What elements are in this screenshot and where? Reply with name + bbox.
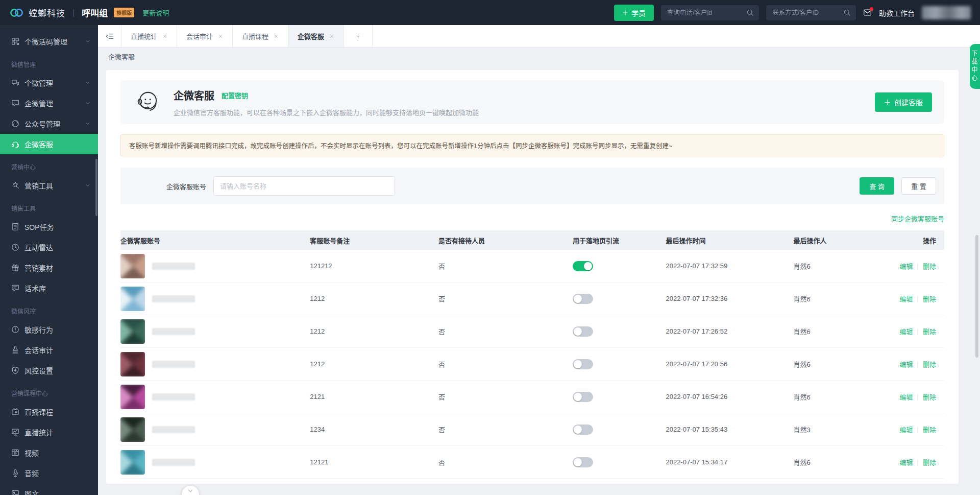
contact-search-input[interactable]: [771, 9, 843, 17]
action-divider: |: [917, 426, 919, 433]
edit-link[interactable]: 编辑: [900, 326, 913, 336]
doc-icon: [11, 223, 19, 231]
page-card: 企微客服 配置密钥 企业微信官方客服功能，可以在各种场景之下嵌入企微客服能力，同…: [106, 70, 959, 484]
close-tab-icon[interactable]: [162, 34, 167, 39]
sidebar-item-video[interactable]: 视频: [0, 442, 98, 463]
tab-会话审计[interactable]: 会话审计: [177, 25, 233, 47]
tab-直播课程[interactable]: 直播课程: [233, 25, 288, 47]
landing-toggle[interactable]: [573, 294, 593, 304]
actions-cell: 编辑|删除: [900, 261, 944, 271]
product-name: 呼叫组: [82, 6, 108, 19]
sidebar-item-gift[interactable]: 营销素材: [0, 257, 98, 278]
notice-alert: 客服账号新增操作需要调用腾讯接口完成，故完成账号创建操作后，不会实时显示在账号列…: [120, 134, 944, 156]
sync-accounts-link[interactable]: 同步企微客服账号: [891, 215, 944, 223]
shield-icon: [11, 366, 19, 374]
column-header: 用于落地页引流: [573, 235, 666, 245]
search-icon[interactable]: [843, 9, 851, 16]
sidebar-item-stamp[interactable]: 会话审计: [0, 340, 98, 360]
close-tab-icon[interactable]: [329, 34, 334, 39]
plus-icon: [355, 33, 361, 39]
table-row: 1234否2022-07-07 15:35:43肖然3编辑|删除: [120, 413, 944, 446]
edit-link[interactable]: 编辑: [900, 261, 913, 271]
search-icon[interactable]: [746, 9, 754, 16]
sidebar-item-radar[interactable]: 互动雷达: [0, 237, 98, 257]
edit-link[interactable]: 编辑: [900, 359, 913, 369]
user-avatar[interactable]: [922, 6, 971, 19]
filter-bar: 企微客服账号 查 询 重 置: [120, 168, 944, 204]
toggle-cell: [573, 261, 666, 271]
sidebar-item-qrcode[interactable]: 个微活码管理: [0, 31, 98, 52]
toggle-cell: [573, 392, 666, 402]
last-time-cell: 2022-07-07 15:34:17: [666, 458, 793, 466]
reception-cell: 否: [438, 425, 573, 434]
sidebar-item-image[interactable]: 图文: [0, 483, 98, 495]
sidebar-scrollbar[interactable]: [95, 159, 97, 216]
remark-cell: 1212: [310, 327, 438, 335]
delete-link[interactable]: 删除: [923, 261, 936, 271]
sidebar-item-magic[interactable]: 营销工具: [0, 175, 98, 196]
search-button[interactable]: 查 询: [860, 177, 894, 195]
update-notes-link[interactable]: 更新说明: [142, 8, 169, 17]
delete-link[interactable]: 删除: [923, 294, 936, 303]
last-time-cell: 2022-07-07 17:32:36: [666, 295, 793, 302]
close-tab-icon[interactable]: [218, 34, 223, 39]
tab-直播统计[interactable]: 直播统计: [121, 25, 177, 47]
avatar-pixels: [120, 287, 145, 311]
edit-link[interactable]: 编辑: [900, 457, 913, 467]
collapse-tabs-button[interactable]: [98, 25, 121, 47]
delete-link[interactable]: 删除: [923, 326, 936, 336]
account-name-redacted: [152, 328, 195, 335]
landing-toggle[interactable]: [573, 359, 593, 369]
sidebar-item-stats[interactable]: 直播统计: [0, 422, 98, 442]
add-student-button[interactable]: 学员: [614, 5, 654, 21]
account-name-redacted: [152, 263, 195, 270]
stamp-icon: [11, 346, 19, 354]
message-icon[interactable]: [863, 8, 872, 17]
delete-link[interactable]: 删除: [923, 425, 936, 434]
sidebar-item-wechat[interactable]: 个微管理: [0, 73, 98, 93]
landing-toggle[interactable]: [573, 261, 593, 271]
create-service-button[interactable]: 创建客服: [875, 92, 932, 112]
landing-toggle[interactable]: [573, 457, 593, 467]
sidebar-item-headset[interactable]: 企微客服: [0, 134, 98, 154]
account-cell: [120, 287, 310, 311]
remark-cell: 1212: [310, 360, 438, 368]
edit-link[interactable]: 编辑: [900, 425, 913, 434]
landing-toggle[interactable]: [573, 392, 593, 402]
tab-企微客服[interactable]: 企微客服: [288, 25, 344, 47]
account-name-input[interactable]: [213, 176, 395, 196]
account-cell: [120, 352, 310, 376]
new-tab-button[interactable]: [344, 25, 373, 47]
sidebar-item-shield[interactable]: 风控设置: [0, 360, 98, 381]
actions-cell: 编辑|删除: [900, 457, 944, 467]
page-scrollbar[interactable]: [975, 235, 978, 358]
phone-search-input[interactable]: [666, 9, 746, 17]
video-icon: [11, 449, 19, 457]
landing-toggle[interactable]: [573, 326, 593, 337]
sidebar-item-globe[interactable]: 公众号管理: [0, 113, 98, 134]
chevron-down-icon: [85, 182, 91, 188]
edit-link[interactable]: 编辑: [900, 392, 913, 402]
sidebar-item-chat[interactable]: 企微管理: [0, 93, 98, 113]
sidebar-item-live[interactable]: 直播课程: [0, 402, 98, 422]
download-center-tab[interactable]: 下载中心: [970, 44, 980, 89]
sync-row: 同步企微客服账号: [120, 214, 944, 223]
delete-link[interactable]: 删除: [923, 457, 936, 467]
remark-cell: 1234: [310, 426, 438, 433]
configure-key-link[interactable]: 配置密钥: [222, 90, 248, 100]
close-tab-icon[interactable]: [274, 34, 279, 39]
sidebar-item-audio[interactable]: 音频: [0, 463, 98, 483]
reception-cell: 否: [438, 326, 573, 336]
sidebar-item-speech[interactable]: 话术库: [0, 278, 98, 298]
sidebar-item-label: 个微活码管理: [24, 36, 67, 46]
assistant-workbench-link[interactable]: 助教工作台: [879, 8, 915, 18]
contact-search-box: [766, 5, 856, 20]
edit-link[interactable]: 编辑: [900, 294, 913, 303]
landing-toggle[interactable]: [573, 425, 593, 435]
sidebar-item-warn[interactable]: 敏感行为: [0, 319, 98, 340]
operator-cell: 肖然6: [794, 457, 889, 467]
delete-link[interactable]: 删除: [923, 392, 936, 402]
delete-link[interactable]: 删除: [923, 359, 936, 369]
sidebar-item-doc[interactable]: SOP任务: [0, 217, 98, 237]
reset-button[interactable]: 重 置: [901, 177, 936, 195]
